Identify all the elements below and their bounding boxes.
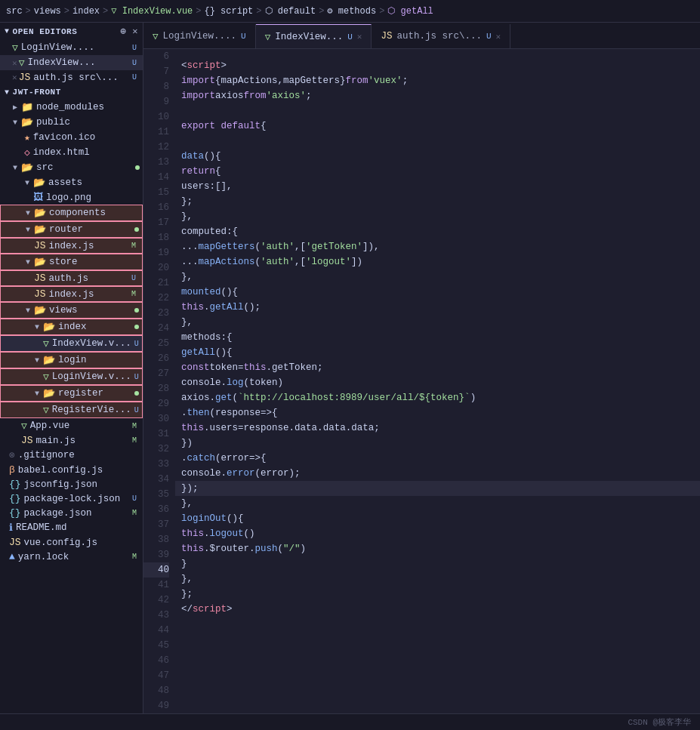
- tree-router-index[interactable]: JS index.js M: [0, 238, 143, 254]
- tree-router[interactable]: ▼ 📂 router: [0, 221, 143, 238]
- open-editors-label: OPEN EDITORS: [13, 27, 78, 36]
- vue-icon: ▽: [43, 404, 49, 416]
- tree-src[interactable]: ▼ 📂 src: [0, 160, 143, 175]
- close-tab-icon[interactable]: ✕: [496, 32, 501, 42]
- chevron-down-icon: ▼: [31, 356, 43, 365]
- tree-gitignore[interactable]: ⊗ .gitignore: [0, 448, 143, 463]
- folder-open-icon: 📂: [43, 354, 55, 366]
- line-number: 49: [143, 698, 169, 713]
- modified-dot: [134, 325, 139, 329]
- status-bar: CSDN @极客李华: [0, 713, 700, 730]
- close-icon[interactable]: ✕: [12, 58, 17, 68]
- line-number: 18: [143, 230, 169, 245]
- image-icon: 🖼: [33, 192, 43, 203]
- line-number: 21: [143, 276, 169, 291]
- tree-pkg-json[interactable]: {} package.json M: [0, 506, 143, 520]
- vue-icon: ▽: [153, 30, 159, 42]
- tree-views-register[interactable]: ▼ 📂 register: [0, 385, 143, 402]
- json-icon: {}: [9, 479, 21, 490]
- vue-icon: ▽: [43, 337, 49, 350]
- line-number: 7: [143, 64, 169, 79]
- tree-public[interactable]: ▼ 📂 public: [0, 115, 143, 130]
- tab-auth-js[interactable]: JS auth.js src\... U ✕: [372, 24, 510, 48]
- close-icon[interactable]: ✕: [12, 72, 17, 82]
- line-number: 31: [143, 427, 169, 442]
- tree-pkg-lock[interactable]: {} package-lock.json U: [0, 491, 143, 506]
- line-number: 34: [143, 472, 169, 487]
- tree-logo-png[interactable]: 🖼 logo.png: [0, 190, 143, 205]
- git-icon: ⊗: [9, 449, 15, 461]
- code-line: console.error(error);: [175, 466, 700, 481]
- tab-label: IndexView...: [275, 32, 343, 42]
- code-line: ...mapGetters('auth', ['getToken']),: [175, 239, 700, 254]
- close-all-icon[interactable]: ✕: [132, 26, 138, 37]
- tree-store[interactable]: ▼ 📂 store: [0, 254, 143, 270]
- code-line: this.$router.push("/"): [175, 541, 700, 556]
- line-number: 26: [143, 351, 169, 366]
- code-line: console.log(token): [175, 375, 700, 390]
- chevron-down-icon: ▼: [22, 226, 34, 234]
- tree-babel-config[interactable]: β babel.config.js: [0, 463, 143, 477]
- tree-views[interactable]: ▼ 📂 views: [0, 302, 143, 319]
- tree-favicon[interactable]: ★ favicon.ico: [0, 130, 143, 145]
- tree-yarn-lock[interactable]: ▲ yarn.lock M: [0, 550, 143, 564]
- tree-views-index[interactable]: ▼ 📂 index: [0, 319, 143, 335]
- tree-app-vue[interactable]: ▽ App.vue M: [0, 418, 143, 433]
- tab-index-view[interactable]: ▽ IndexView... U ✕: [256, 24, 372, 48]
- code-line: data() {: [175, 149, 700, 164]
- code-line: users: [],: [175, 179, 700, 194]
- code-line: return {: [175, 164, 700, 179]
- open-file-index-view[interactable]: ✕ ▽ IndexView... U: [0, 55, 143, 70]
- tree-login-view[interactable]: ▽ LoginView.v... U: [0, 368, 143, 385]
- tree-main-js[interactable]: JS main.js M: [0, 433, 143, 448]
- code-line: export default {: [175, 119, 700, 134]
- tree-components[interactable]: ▼ 📂 components: [0, 205, 143, 221]
- tree-node-modules[interactable]: ▶ 📁 node_modules: [0, 100, 143, 115]
- tree-assets[interactable]: ▼ 📂 assets: [0, 175, 143, 190]
- line-number: 35: [143, 487, 169, 502]
- code-line: }): [175, 436, 700, 451]
- tree-store-index[interactable]: JS index.js M: [0, 286, 143, 302]
- vue-icon: ▽: [265, 31, 271, 43]
- breadcrumb: src > views > index > ▽ IndexView.vue > …: [6, 5, 433, 17]
- close-tab-icon[interactable]: ✕: [357, 32, 362, 42]
- chevron-down-icon: ▼: [9, 164, 21, 172]
- json-icon: {}: [9, 507, 21, 519]
- tree-index-view[interactable]: ▽ IndexView.v... U: [0, 335, 143, 352]
- code-line: [175, 49, 700, 58]
- tree-vue-config[interactable]: JS vue.config.js: [0, 535, 143, 550]
- code-line: ...mapActions('auth', ['logout']): [175, 254, 700, 270]
- tree-readme[interactable]: ℹ README.md: [0, 520, 143, 535]
- code-line: [175, 103, 700, 119]
- chevron-down-icon: ▼: [5, 88, 10, 97]
- title-bar: src > views > index > ▽ IndexView.vue > …: [0, 0, 700, 23]
- line-number: 44: [143, 623, 169, 638]
- line-number: 19: [143, 245, 169, 260]
- line-number: 10: [143, 109, 169, 125]
- code-lines[interactable]: <template> <div> <el-button type="primar…: [175, 49, 700, 635]
- tree-store-auth[interactable]: JS auth.js U: [0, 270, 143, 286]
- sidebar: ▼ OPEN EDITORS ⊕ ✕ ▽ LoginView.... U ✕ ▽…: [0, 23, 143, 713]
- chevron-down-icon: ▼: [5, 27, 10, 35]
- open-editors-header[interactable]: ▼ OPEN EDITORS ⊕ ✕: [0, 23, 143, 40]
- tree-register-view[interactable]: ▽ RegisterVie... U: [0, 402, 143, 418]
- code-container[interactable]: 1234567891011121314151617181920212223242…: [143, 49, 700, 713]
- code-line: </script>: [175, 602, 700, 617]
- code-line: methods: {: [175, 330, 700, 345]
- line-number: 16: [143, 200, 169, 215]
- open-file-login-view[interactable]: ▽ LoginView.... U: [0, 40, 143, 55]
- new-file-icon[interactable]: ⊕: [120, 26, 126, 37]
- project-root-header[interactable]: ▼ JWT-FRONT: [0, 85, 143, 100]
- vue-icon: ▽: [21, 420, 27, 432]
- code-line: },: [175, 270, 700, 285]
- code-line: loginOut(){: [175, 511, 700, 526]
- tree-index-html[interactable]: ◇ index.html: [0, 145, 143, 160]
- modified-dot: [135, 165, 140, 170]
- tab-login-view[interactable]: ▽ LoginView.... U: [143, 24, 256, 48]
- code-line: this.logout(): [175, 526, 700, 541]
- tree-views-login[interactable]: ▼ 📂 login: [0, 352, 143, 368]
- tab-label: LoginView....: [163, 31, 237, 42]
- tree-jsconfig[interactable]: {} jsconfig.json: [0, 477, 143, 491]
- code-line: [175, 134, 700, 149]
- open-file-auth-js[interactable]: ✕ JS auth.js src\... U: [0, 70, 143, 85]
